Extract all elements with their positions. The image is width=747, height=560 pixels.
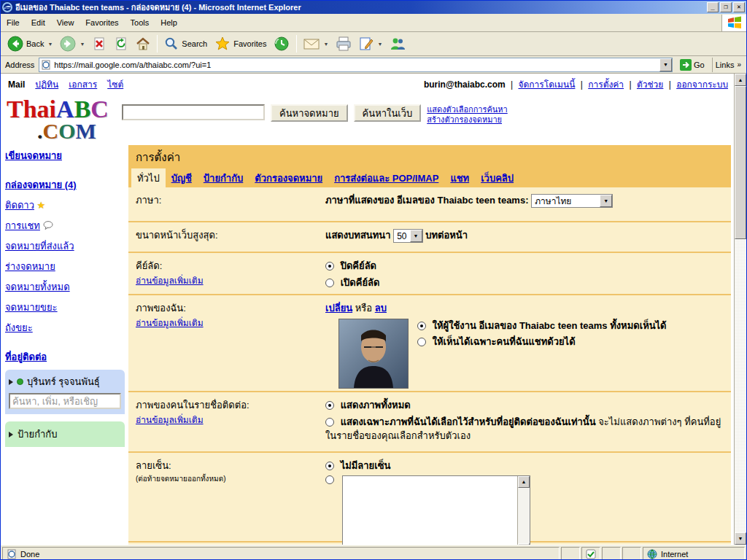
minimize-button[interactable]: _ xyxy=(707,2,719,12)
menu-bar: File Edit View Favorites Tools Help xyxy=(1,14,746,32)
menu-file[interactable]: File xyxy=(1,17,26,28)
signature-note: (ต่อท้ายจดหมายออกทั้งหมด) xyxy=(136,473,325,484)
shortcuts-on-radio[interactable] xyxy=(325,279,334,287)
history-button[interactable] xyxy=(270,34,293,54)
tab-accounts[interactable]: บัญชี xyxy=(166,168,198,187)
shield-icon xyxy=(586,549,596,559)
tab-chat[interactable]: แชท xyxy=(444,168,475,187)
address-url[interactable]: https://mail.google.com/a/thaiabc.com/?u… xyxy=(51,61,659,69)
chevron-down-icon[interactable]: ▼ xyxy=(377,42,382,47)
show-search-options-link[interactable]: แสดงตัวเลือกการค้นหา xyxy=(427,105,507,114)
quick-add-input[interactable] xyxy=(9,393,121,409)
show-all-pictures-radio[interactable] xyxy=(325,401,334,410)
shortcuts-learn-more-link[interactable]: อ่านข้อมูลเพิ่มเติม xyxy=(136,276,204,286)
settings-tabs: ทั่วไป บัญชี ป้ายกำกับ ตัวกรองจดหมาย การ… xyxy=(128,168,731,187)
sent-mail-link[interactable]: จดหมายที่ส่งแล้ว xyxy=(5,241,74,252)
scroll-down-icon[interactable]: ▼ xyxy=(735,532,746,545)
home-button[interactable] xyxy=(132,34,154,53)
compose-mail-link[interactable]: เขียนจดหมาย xyxy=(5,150,62,161)
chevron-down-icon[interactable]: ▼ xyxy=(80,42,85,47)
sites-link[interactable]: ไซต์ xyxy=(107,77,123,91)
tab-filters[interactable]: ตัวกรองจดหมาย xyxy=(249,168,328,187)
delete-picture-link[interactable]: ลบ xyxy=(375,303,387,314)
calendar-link[interactable]: ปฏิทิน xyxy=(35,77,58,91)
search-input[interactable] xyxy=(122,104,265,120)
favorites-button[interactable]: Favorites xyxy=(211,34,270,53)
labels-box[interactable]: ป้ายกำกับ xyxy=(5,421,125,447)
forward-button[interactable]: ▼ xyxy=(56,34,88,54)
inbox-link[interactable]: กล่องจดหมาย (4) xyxy=(5,179,77,190)
links-toolbar[interactable]: Links » xyxy=(712,58,744,72)
restore-button[interactable]: ❐ xyxy=(720,2,732,12)
chevron-down-icon[interactable]: ▼ xyxy=(47,42,53,47)
tab-web-clips[interactable]: เว็บคลิป xyxy=(475,168,519,187)
trash-link[interactable]: ถังขยะ xyxy=(5,322,33,333)
go-button[interactable]: Go xyxy=(676,58,709,71)
my-picture-learn-more-link[interactable]: อ่านข้อมูลเพิ่มเติม xyxy=(136,318,204,328)
quick-contact-name: บุรินทร์ รุจจนพันธุ์ xyxy=(27,374,100,389)
scroll-up-icon[interactable]: ▲ xyxy=(518,476,530,488)
signature-textarea[interactable]: ▲ ▼ xyxy=(342,475,530,545)
masthead: ThaiABC .COM ค้นหาจดหมาย ค้นหาในเว็บ แสด… xyxy=(1,93,734,145)
chevron-down-icon[interactable]: ▼ xyxy=(410,230,422,242)
shortcuts-off-radio[interactable] xyxy=(325,262,334,271)
expander-icon[interactable] xyxy=(9,432,13,438)
menu-view[interactable]: View xyxy=(51,17,80,28)
custom-signature-radio[interactable] xyxy=(325,475,334,484)
messenger-button[interactable] xyxy=(386,34,409,53)
picture-visible-all-radio[interactable] xyxy=(417,322,426,330)
menu-edit[interactable]: Edit xyxy=(26,17,51,28)
drafts-link[interactable]: ร่างจดหมาย xyxy=(5,261,55,272)
scrollbar-thumb[interactable] xyxy=(735,86,746,239)
menu-tools[interactable]: Tools xyxy=(125,17,155,28)
page-size-select[interactable]: 50 ▼ xyxy=(393,229,422,243)
documents-link[interactable]: เอกสาร xyxy=(69,77,97,91)
no-signature-radio[interactable] xyxy=(325,462,334,470)
address-input[interactable]: https://mail.google.com/a/thaiabc.com/?u… xyxy=(39,58,673,72)
search-icon xyxy=(164,36,179,51)
print-button[interactable] xyxy=(332,34,355,53)
sign-out-link[interactable]: ออกจากระบบ xyxy=(676,79,728,90)
menu-help[interactable]: Help xyxy=(155,17,183,28)
chevron-down-icon[interactable]: ▼ xyxy=(600,195,612,207)
my-picture-row: ภาพของฉัน: อ่านข้อมูลเพิ่มเติม เปลี่ยน ห… xyxy=(128,295,731,392)
picture-visible-chat-radio[interactable] xyxy=(417,338,426,346)
signature-scrollbar[interactable]: ▲ ▼ xyxy=(517,476,530,545)
spam-link[interactable]: จดหมายขยะ xyxy=(5,302,58,313)
messenger-icon xyxy=(390,36,406,51)
scroll-up-icon[interactable]: ▲ xyxy=(735,74,746,86)
starred-link[interactable]: ติดดาว xyxy=(5,200,34,211)
manage-domain-link[interactable]: จัดการโดเมนนี้ xyxy=(518,79,575,90)
tab-forwarding-pop-imap[interactable]: การส่งต่อและ POP/IMAP xyxy=(328,168,444,187)
vertical-scrollbar[interactable]: ▲ ▼ xyxy=(734,74,746,545)
refresh-button[interactable] xyxy=(110,34,132,53)
edit-button[interactable]: ▼ xyxy=(355,34,386,53)
page-size-label: ขนาดหน้าเว็บสูงสุด: xyxy=(136,228,325,246)
tab-labels[interactable]: ป้ายกำกับ xyxy=(198,168,249,187)
mail-button[interactable]: ▼ xyxy=(300,35,332,52)
chats-link[interactable]: การแชท xyxy=(5,220,40,231)
all-mail-link[interactable]: จดหมายทั้งหมด xyxy=(5,281,70,292)
close-button[interactable]: ✕ xyxy=(733,2,745,12)
show-selected-pictures-radio[interactable] xyxy=(325,418,334,427)
contact-pictures-learn-more-link[interactable]: อ่านข้อมูลเพิ่มเติม xyxy=(136,415,204,425)
contacts-link[interactable]: ที่อยู่ติดต่อ xyxy=(5,351,47,362)
tab-general[interactable]: ทั่วไป xyxy=(131,168,166,187)
settings-link[interactable]: การตั้งค่า xyxy=(588,79,624,90)
change-picture-link[interactable]: เปลี่ยน xyxy=(325,303,352,314)
chevron-down-icon[interactable]: ▼ xyxy=(323,42,328,47)
back-button[interactable]: Back ▼ xyxy=(4,34,56,54)
sidebar: เขียนจดหมาย กล่องจดหมาย (4) ติดดาว ★ การ… xyxy=(5,145,125,545)
stop-button[interactable] xyxy=(88,34,110,53)
help-link[interactable]: ตัวช่วย xyxy=(637,79,663,90)
search-mail-button[interactable]: ค้นหาจดหมาย xyxy=(271,104,348,122)
search-button[interactable]: Search xyxy=(160,34,211,53)
menu-favorites[interactable]: Favorites xyxy=(80,17,124,28)
address-dropdown-button[interactable]: ▼ xyxy=(659,58,672,71)
expander-icon[interactable] xyxy=(9,379,13,385)
create-filter-link[interactable]: สร้างตัวกรองจดหมาย xyxy=(427,115,502,124)
search-web-button[interactable]: ค้นหาในเว็บ xyxy=(354,104,422,122)
language-select[interactable]: ภาษาไทย ▼ xyxy=(531,194,613,208)
scroll-down-icon[interactable]: ▼ xyxy=(518,543,530,545)
quick-contacts-box: บุรินทร์ รุจจนพันธุ์ xyxy=(5,370,125,414)
